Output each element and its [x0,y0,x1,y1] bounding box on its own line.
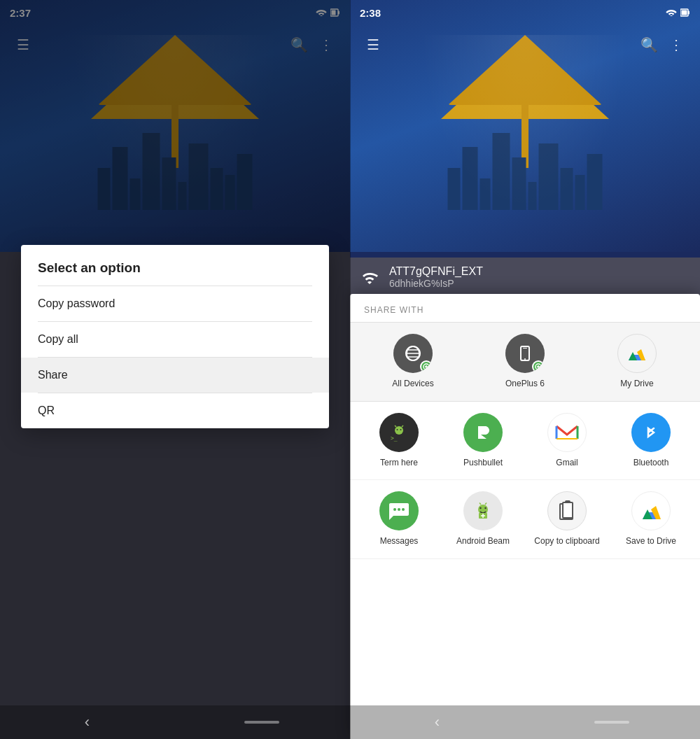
androidbeam-label: Android Beam [456,536,510,547]
share-item-clipboard[interactable]: Copy to clipboard [525,491,609,547]
share-sheet: SHARE WITH All Devices [350,294,700,739]
androidbeam-icon [463,491,503,530]
share-item-messages[interactable]: Messages [357,491,441,547]
mydrive-icon [617,334,657,373]
svg-point-14 [397,429,398,430]
network-password: 6dhhiekG%IsP [389,278,483,289]
gmail-label: Gmail [556,458,578,469]
svg-point-21 [402,508,405,511]
network-info: ATT7gQFNFi_EXT 6dhhiekG%IsP [389,265,483,289]
svg-point-24 [484,507,486,509]
svg-rect-4 [688,11,690,15]
left-panel: WiFi Password Viewer ☰ 🔍 ⋮ 2:37 Select a… [0,0,350,739]
svg-text:>_: >_ [391,435,398,442]
termhere-label: Term here [380,458,418,469]
svg-point-23 [479,507,481,509]
share-top-row: All Devices OnePlus 6 [350,323,700,402]
wifi-network-icon [361,270,378,284]
status-time-right: 2:38 [360,7,381,19]
battery-status-icon-right [680,8,690,17]
svg-rect-9 [523,348,527,349]
gmail-icon [547,413,587,452]
search-icon-right[interactable]: 🔍 [635,31,664,59]
oneplus-icon [505,334,545,373]
menu-icon-right[interactable]: ☰ [361,31,385,59]
pushbullet-icon [463,413,503,452]
menu-item-qr[interactable]: QR [21,393,329,428]
share-item-bluetooth[interactable]: Bluetooth [609,413,693,469]
network-item[interactable]: ATT7gQFNFi_EXT 6dhhiekG%IsP [350,258,700,297]
share-item-termhere[interactable]: >_ Term here [357,413,441,469]
oneplus-badge [532,360,545,373]
alldevices-label: All Devices [392,379,433,390]
more-icon-right[interactable]: ⋮ [664,31,689,59]
nav-pill-left [244,721,279,724]
dialog-title: Select an option [21,245,329,286]
back-button-right[interactable]: ‹ [421,708,454,737]
svg-point-19 [393,508,396,511]
share-row-1: >_ Term here Pushbullet [350,402,700,481]
share-item-androidbeam[interactable]: Android Beam [441,491,525,547]
toolbar-right: ☰ 🔍 ⋮ [350,25,700,64]
alldevices-icon [393,334,433,373]
right-panel: WiFi Password Viewer ☰ 🔍 ⋮ 2:38 ATT7gQFN… [350,0,700,739]
mydrive-label: My Drive [620,379,653,390]
bluetooth-icon [631,413,671,452]
share-item-alldevices[interactable]: All Devices [357,334,469,390]
status-bar-right: 2:38 [350,0,700,25]
share-item-pushbullet[interactable]: Pushbullet [441,413,525,469]
svg-rect-29 [563,502,573,518]
menu-item-share[interactable]: Share [21,358,329,393]
network-ssid: ATT7gQFNFi_EXT [389,265,483,278]
clipboard-label: Copy to clipboard [534,536,599,547]
wifi-status-icon-right [666,8,677,17]
svg-point-15 [400,429,402,430]
alldevices-badge [420,360,433,373]
pushbullet-label: Pushbullet [463,458,503,469]
savedrive-icon [631,491,671,530]
panel-divider [350,0,351,739]
messages-label: Messages [380,536,419,547]
share-item-savedrive[interactable]: Save to Drive [609,491,693,547]
share-item-mydrive[interactable]: My Drive [581,334,693,390]
svg-line-26 [485,503,486,505]
svg-point-20 [398,508,400,511]
back-button-left[interactable]: ‹ [71,708,104,737]
nav-pill-right [594,721,629,724]
oneplus-label: OnePlus 6 [505,379,545,390]
bottom-nav-left: ‹ [0,705,350,739]
menu-item-copy-password[interactable]: Copy password [21,286,329,321]
termhere-icon: >_ [379,413,419,452]
clipboard-icon [547,491,587,530]
svg-point-13 [395,426,403,435]
bottom-nav-right: ‹ [350,705,700,739]
messages-icon [379,491,419,530]
share-item-oneplus[interactable]: OnePlus 6 [469,334,581,390]
svg-rect-5 [682,10,687,15]
svg-line-25 [479,503,481,505]
share-header: SHARE WITH [350,294,700,323]
svg-point-10 [524,358,526,360]
menu-item-copy-all[interactable]: Copy all [21,322,329,357]
share-row-2: Messages Android Beam [350,480,700,559]
option-dialog: Select an option Copy password Copy all … [21,245,329,428]
share-item-gmail[interactable]: Gmail [525,413,609,469]
bluetooth-label: Bluetooth [634,458,669,469]
savedrive-label: Save to Drive [626,536,676,547]
